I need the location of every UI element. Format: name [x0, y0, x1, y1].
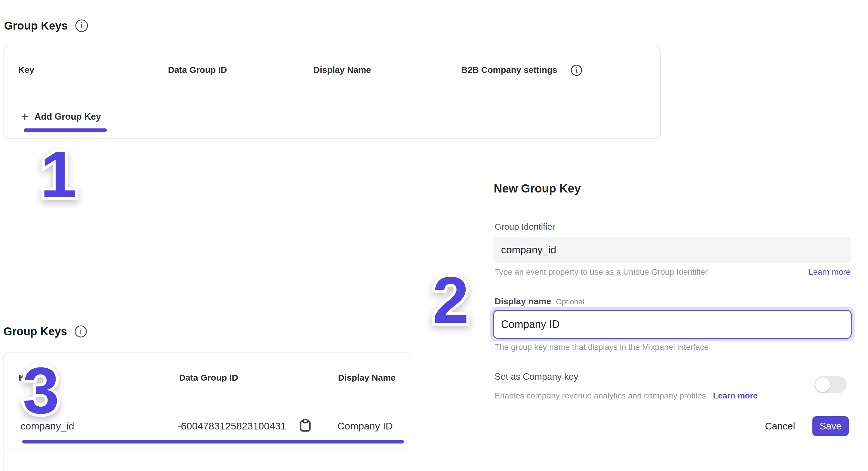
svg-text:1: 1 — [40, 137, 77, 211]
company-key-helper-row: Enables company revenue analytics and co… — [495, 391, 758, 401]
optional-label: Optional — [556, 297, 584, 306]
annotation-step-1: 1 — [21, 117, 97, 211]
column-header-data-group-id: Data Group ID — [168, 65, 227, 75]
copy-icon[interactable] — [299, 418, 312, 433]
cell-data-group-id: -6004783125823100431 — [178, 420, 286, 432]
company-key-helper: Enables company revenue analytics and co… — [495, 391, 708, 400]
display-name-helper: The group key name that displays in the … — [495, 343, 709, 352]
cancel-button[interactable]: Cancel — [765, 421, 795, 432]
company-key-label: Set as Company key — [495, 372, 578, 382]
page: Group Keys i Key Data Group ID Display N… — [0, 0, 868, 471]
svg-text:3: 3 — [23, 353, 59, 427]
info-icon[interactable]: i — [570, 64, 583, 76]
svg-text:i: i — [81, 21, 83, 30]
save-button[interactable]: Save — [812, 416, 849, 436]
column-header-display-name: Display Name — [338, 373, 396, 383]
cell-display-name: Company ID — [337, 420, 393, 432]
info-icon[interactable]: i — [74, 19, 89, 33]
group-identifier-input[interactable] — [493, 237, 851, 263]
svg-text:i: i — [80, 327, 82, 336]
group-keys-heading-row: Group Keys i — [4, 19, 89, 33]
annotation-step-2: 2 — [413, 243, 489, 337]
annotation-step-3: 3 — [3, 337, 79, 430]
column-header-b2b-settings: B2B Company settings — [461, 65, 557, 75]
toggle-knob — [815, 377, 830, 392]
column-header-key: Key — [18, 65, 34, 75]
learn-more-link[interactable]: Learn more — [809, 268, 850, 277]
display-name-label-row: Display name Optional — [495, 296, 584, 306]
svg-text:2: 2 — [432, 263, 469, 337]
page-title: Group Keys — [3, 325, 67, 338]
divider — [3, 92, 659, 92]
svg-text:i: i — [575, 66, 578, 74]
divider — [3, 448, 410, 448]
display-name-label: Display name — [495, 296, 551, 306]
group-identifier-helper: Type an event property to use as a Uniqu… — [495, 268, 708, 277]
company-key-toggle[interactable] — [814, 376, 847, 393]
page-title: Group Keys — [4, 20, 68, 32]
annotation-underline-row — [22, 440, 404, 443]
column-header-data-group-id: Data Group ID — [179, 373, 238, 383]
group-keys-table — [3, 47, 661, 139]
column-header-display-name: Display Name — [313, 65, 371, 75]
form-title: New Group Key — [494, 182, 581, 195]
group-identifier-label: Group Identifier — [495, 222, 555, 232]
display-name-input[interactable] — [493, 310, 851, 339]
learn-more-link[interactable]: Learn more — [713, 391, 758, 400]
group-identifier-helper-row: Type an event property to use as a Uniqu… — [495, 268, 850, 277]
